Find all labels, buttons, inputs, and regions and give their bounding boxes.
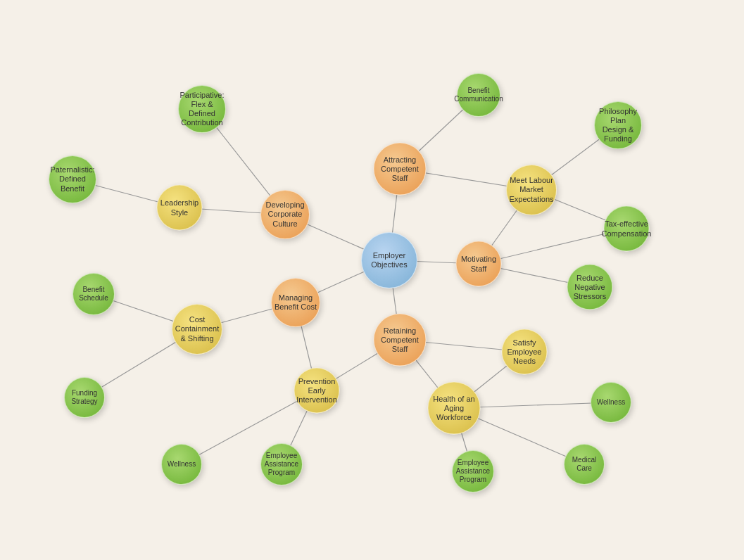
node-leadership[interactable]: LeadershipStyle [157,185,203,231]
node-benefit_sched[interactable]: BenefitSchedule [72,273,115,315]
node-label-center: EmployerObjectives [368,248,410,272]
node-taxeffective[interactable]: Tax-effectiveCompensation [604,206,650,252]
mind-map: EmployerObjectivesAttractingCompetentSta… [0,0,744,560]
node-center[interactable]: EmployerObjectives [361,232,417,288]
node-label-prevention: PreventionEarlyIntervention [294,374,339,407]
node-label-leadership: LeadershipStyle [158,196,201,219]
node-wellness_r[interactable]: Wellness [591,382,631,423]
node-emp_assist_r[interactable]: EmployeeAssistanceProgram [452,450,494,492]
node-emp_assist_l[interactable]: EmployeeAssistanceProgram [260,443,303,485]
node-health[interactable]: Health of anAging Workforce [428,382,481,435]
node-paternalistic[interactable]: Paternalistic:Defined Benefit [49,155,96,203]
node-label-satisfy: SatisfyEmployeeNeeds [505,335,545,369]
node-reduce[interactable]: ReduceNegativeStressors [567,265,613,310]
node-managing[interactable]: ManagingBenefit Cost [271,278,320,327]
node-label-developing: DevelopingCorporateCulture [263,198,307,231]
node-label-retaining: RetainingCompetentStaff [378,323,422,357]
node-label-attracting: AttractingCompetentStaff [378,152,422,186]
node-label-funding: FundingStrategy [68,386,100,409]
node-philosophy[interactable]: Philosophy PlanDesign &Funding [594,101,642,149]
node-label-benefit_comm: BenefitCommunication [451,84,505,106]
node-developing[interactable]: DevelopingCorporateCulture [260,190,310,239]
node-label-reduce: ReduceNegativeStressors [571,270,609,304]
node-label-benefit_sched: BenefitSchedule [76,283,111,305]
node-label-philosophy: Philosophy PlanDesign &Funding [595,104,641,147]
node-participative[interactable]: Participative:Flex & DefinedContribution [178,85,226,133]
node-label-emp_assist_r: EmployeeAssistanceProgram [453,456,493,487]
node-label-health: Health of anAging Workforce [429,391,480,425]
node-wellness_l[interactable]: Wellness [161,444,202,485]
node-prevention[interactable]: PreventionEarlyIntervention [294,368,340,414]
node-retaining[interactable]: RetainingCompetentStaff [374,314,427,367]
node-medical[interactable]: Medical Care [564,444,605,485]
node-satisfy[interactable]: SatisfyEmployeeNeeds [502,329,548,375]
node-motivating[interactable]: MotivatingStaff [456,241,502,287]
node-label-wellness_r: Wellness [594,395,628,409]
node-funding[interactable]: FundingStrategy [64,377,105,418]
node-label-participative: Participative:Flex & DefinedContribution [177,88,227,131]
node-label-medical: Medical Care [565,453,604,476]
node-cost[interactable]: CostContainment& Shifting [172,304,222,355]
node-label-emp_assist_l: EmployeeAssistanceProgram [262,449,301,480]
node-label-cost: CostContainment& Shifting [172,312,222,346]
node-label-taxeffective: Tax-effectiveCompensation [599,217,655,241]
node-attracting[interactable]: AttractingCompetentStaff [374,143,427,196]
node-label-meetlabour: Meet LabourMarketExpectations [507,173,557,207]
node-meetlabour[interactable]: Meet LabourMarketExpectations [506,165,557,215]
node-benefit_comm[interactable]: BenefitCommunication [457,73,500,117]
node-label-managing: ManagingBenefit Cost [272,291,320,314]
node-label-paternalistic: Paternalistic:Defined Benefit [48,163,98,196]
node-label-wellness_l: Wellness [165,457,198,471]
node-label-motivating: MotivatingStaff [458,252,499,276]
